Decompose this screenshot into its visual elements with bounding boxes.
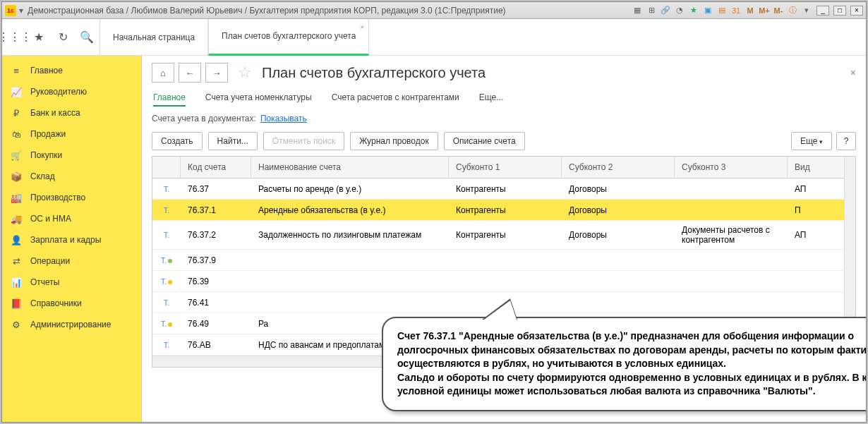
doc-accounts-link[interactable]: Показывать	[260, 114, 307, 123]
sidebar-item-main[interactable]: ≡Главное	[2, 60, 141, 81]
sidebar-item-manager[interactable]: 📈Руководителю	[2, 81, 141, 102]
sidebar-item-salary[interactable]: 👤Зарплата и кадры	[2, 229, 141, 250]
more-button[interactable]: Еще	[791, 132, 832, 150]
row-type-icon: T.	[152, 315, 181, 332]
sidebar-item-production[interactable]: 🏭Производство	[2, 187, 141, 208]
cell-sub1: Контрагенты	[449, 201, 562, 219]
table-row[interactable]: T.76.37.9	[152, 250, 855, 271]
m-plus-icon[interactable]: M+	[759, 5, 770, 16]
cell-sub2	[562, 256, 675, 265]
favorite-icon[interactable]: ★	[688, 5, 699, 16]
history-icon[interactable]: ▣	[702, 5, 713, 16]
forward-button[interactable]: →	[205, 63, 228, 83]
table-row[interactable]: T.76.37.1Арендные обязательства (в у.е.)…	[152, 200, 855, 221]
page-close-icon[interactable]: ×	[850, 67, 856, 78]
tool-icon-4[interactable]: ◔	[674, 5, 685, 16]
subtab-more[interactable]: Еще...	[479, 90, 503, 107]
row-type-icon: T.	[152, 337, 181, 353]
close-button[interactable]: ×	[850, 6, 863, 16]
sidebar-item-sales[interactable]: 🛍Продажи	[2, 123, 141, 145]
th-name[interactable]: Наименование счета	[251, 157, 449, 178]
sidebar-item-warehouse[interactable]: 📦Склад	[2, 166, 141, 187]
topbar: ⋮⋮⋮ ★ ↻ 🔍 Начальная страница План счетов…	[2, 19, 866, 56]
help-button[interactable]: ?	[836, 132, 856, 150]
cell-code: 76.37.9	[181, 251, 251, 269]
chart-icon: 📈	[11, 86, 22, 97]
favorite-star-icon[interactable]: ☆	[238, 63, 252, 82]
th-sub2[interactable]: Субконто 2	[562, 157, 675, 178]
subtab-main[interactable]: Главное	[153, 90, 186, 107]
cell-sub2: Договоры	[562, 201, 675, 219]
cell-name: Задолженность по лизинговым платежам	[251, 226, 449, 244]
tab-plan[interactable]: План счетов бухгалтерского учета ×	[208, 19, 369, 56]
sidebar-item-admin[interactable]: ⚙Администрирование	[2, 314, 141, 335]
subtab-nomenclature[interactable]: Счета учета номенклатуры	[205, 90, 312, 107]
subtab-contractors[interactable]: Счета расчетов с контрагентами	[332, 90, 459, 107]
row-type-icon: T.	[152, 202, 181, 219]
tab-close-icon[interactable]: ×	[361, 23, 365, 31]
table-row[interactable]: T.76.37Расчеты по аренде (в у.е.)Контраг…	[152, 178, 855, 200]
sidebar-label: Главное	[30, 66, 63, 75]
m-minus-icon[interactable]: M-	[773, 5, 784, 16]
home-button[interactable]: ⌂	[152, 63, 174, 83]
th-icon	[152, 157, 181, 178]
th-sub3[interactable]: Субконто 3	[675, 157, 788, 178]
sidebar-label: Операции	[30, 256, 70, 266]
tool-icon-1[interactable]: ▦	[632, 5, 643, 16]
cell-name: Арендные обязательства (в у.е.)	[251, 201, 449, 219]
sidebar-label: Администрирование	[30, 320, 111, 329]
subtabs: Главное Счета учета номенклатуры Счета р…	[152, 90, 856, 107]
row-type-icon: T.	[152, 252, 181, 269]
cell-code: 76.39	[181, 272, 251, 291]
doc-accounts-row: Счета учета в документах: Показывать	[152, 114, 856, 123]
help-callout: Счет 76.37.1 "Арендные обязательства (в …	[382, 317, 866, 411]
row-type-icon: T.	[152, 273, 181, 290]
sidebar-item-assets[interactable]: 🚚ОС и НМА	[2, 208, 141, 229]
cell-sub3	[675, 256, 788, 265]
create-button[interactable]: Создать	[152, 132, 203, 150]
m-icon[interactable]: M	[745, 5, 756, 16]
cell-sub2: Договоры	[562, 180, 675, 198]
calendar-icon[interactable]: 31	[730, 5, 742, 16]
titlebar-dropdown-icon[interactable]: ▾	[19, 6, 23, 16]
callout-text: Счет 76.37.1 "Арендные обязательства (в …	[397, 329, 866, 399]
row-type-icon: T.	[152, 294, 181, 311]
th-code[interactable]: Код счета	[181, 157, 251, 178]
gear-icon: ⚙	[11, 319, 22, 330]
tab-home[interactable]: Начальная страница	[100, 19, 208, 56]
description-button[interactable]: Описание счета	[444, 132, 525, 150]
table-row[interactable]: T.76.39	[152, 271, 855, 292]
ruble-icon: ₽	[11, 107, 22, 119]
info-icon[interactable]: ⓘ	[787, 5, 798, 16]
callout-tail-icon	[482, 298, 517, 320]
search-icon[interactable]: 🔍	[80, 30, 94, 44]
cell-sub1: Контрагенты	[449, 180, 562, 198]
apps-icon[interactable]: ⋮⋮⋮	[8, 30, 22, 44]
find-button[interactable]: Найти...	[208, 132, 258, 150]
cell-code: 76.49	[181, 315, 251, 333]
info-dd-icon[interactable]: ▾	[801, 5, 812, 16]
table-row[interactable]: T.76.37.2Задолженность по лизинговым пла…	[152, 221, 855, 250]
history-nav-icon[interactable]: ↻	[56, 30, 70, 44]
sidebar-item-catalogs[interactable]: 📕Справочники	[2, 293, 141, 314]
tab-label: Начальная страница	[113, 32, 195, 42]
star-icon[interactable]: ★	[32, 30, 46, 44]
calc-icon[interactable]: ▤	[716, 5, 728, 16]
sidebar-item-operations[interactable]: ⇄Операции	[2, 250, 141, 272]
tool-icon-2[interactable]: ⊞	[646, 5, 657, 16]
titlebar: 1c ▾ Демонстрационная база / Любимов Вал…	[2, 2, 866, 19]
th-sub1[interactable]: Субконто 1	[449, 157, 562, 178]
sidebar-item-purchase[interactable]: 🛒Покупки	[2, 145, 141, 166]
maximize-button[interactable]: □	[833, 6, 846, 16]
topbar-icons: ⋮⋮⋮ ★ ↻ 🔍	[2, 30, 100, 44]
journal-button[interactable]: Журнал проводок	[350, 132, 438, 150]
body: ≡Главное 📈Руководителю ₽Банк и касса 🛍Пр…	[2, 56, 866, 422]
cell-code: 76.41	[181, 293, 251, 312]
sidebar-item-reports[interactable]: 📊Отчеты	[2, 272, 141, 293]
back-button[interactable]: ←	[179, 63, 201, 83]
sidebar-item-bank[interactable]: ₽Банк и касса	[2, 102, 141, 123]
minimize-button[interactable]: _	[816, 6, 829, 16]
titlebar-text: Демонстрационная база / Любимов Валерий …	[28, 6, 632, 16]
tool-icon-3[interactable]: 🔗	[660, 5, 671, 16]
cell-sub1	[449, 256, 562, 265]
